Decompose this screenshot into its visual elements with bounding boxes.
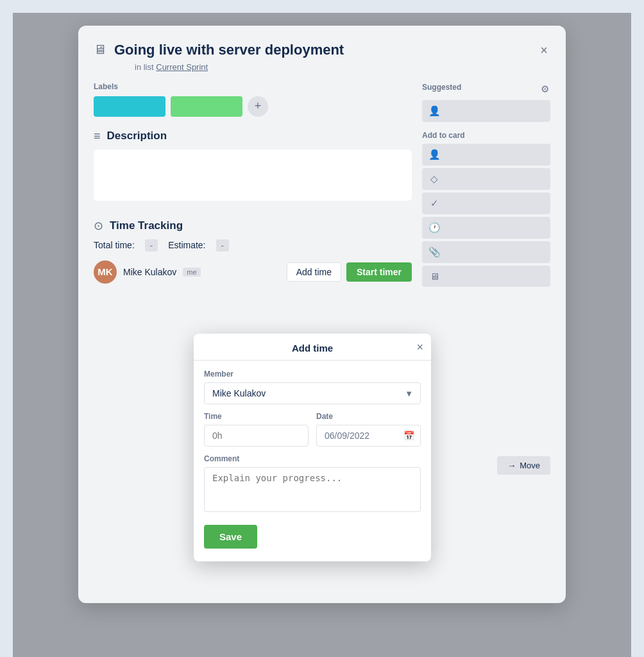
- add-member-button[interactable]: 👤: [422, 144, 550, 166]
- add-label-button[interactable]: +: [248, 96, 268, 117]
- time-date-row: Time Date 📅: [204, 404, 421, 447]
- gear-button[interactable]: ⚙: [539, 82, 550, 96]
- close-button[interactable]: ×: [538, 41, 550, 59]
- checklist-icon: ✓: [428, 198, 440, 209]
- cover-icon: 🖥: [428, 271, 440, 282]
- card-modal: 🖥 Going live with server deployment in l…: [78, 26, 566, 603]
- label-chip-blue[interactable]: [94, 96, 165, 117]
- suggested-header: Suggested ⚙: [422, 82, 550, 96]
- left-column: Labels + ≡ Description: [94, 82, 412, 289]
- suggested-member-button[interactable]: 👤: [422, 100, 550, 122]
- attachment-icon: 📎: [428, 246, 440, 258]
- add-due-date-button[interactable]: 🕐: [422, 217, 550, 239]
- date-field-label: Date: [316, 412, 421, 421]
- date-input-wrapper: 📅: [316, 425, 421, 447]
- member-select[interactable]: Mike Kulakov: [204, 382, 421, 404]
- label-chip-green[interactable]: [171, 96, 242, 117]
- card-type-icon: 🖥: [94, 42, 106, 57]
- add-checklist-button[interactable]: ✓: [422, 192, 550, 214]
- total-time-label: Total time:: [94, 240, 135, 250]
- labels-section: Labels +: [94, 82, 412, 117]
- time-tracking-section: ⊙ Time Tracking Total time: - Estimate: …: [94, 219, 412, 284]
- popup-close-button[interactable]: ×: [416, 341, 423, 353]
- description-section: ≡ Description: [94, 130, 412, 203]
- date-col: Date 📅: [316, 404, 421, 447]
- suggested-section: Suggested ⚙ 👤: [422, 82, 550, 122]
- estimate-value: -: [216, 239, 229, 252]
- main-content: Labels + ≡ Description: [94, 82, 550, 289]
- add-time-button[interactable]: Add time: [287, 262, 341, 282]
- estimate-label: Estimate:: [168, 240, 205, 250]
- add-member-icon: 👤: [428, 149, 440, 160]
- suggested-title: Suggested: [422, 83, 461, 92]
- user-name: Mike Kulakov: [123, 267, 176, 277]
- start-timer-button[interactable]: Start timer: [346, 262, 412, 282]
- time-tracking-title: Time Tracking: [110, 219, 183, 232]
- add-label-sidebar-button[interactable]: ◇: [422, 168, 550, 190]
- user-avatar: MK: [94, 260, 117, 284]
- time-input[interactable]: [204, 425, 309, 447]
- move-icon: →: [507, 461, 516, 470]
- popup-save-button[interactable]: Save: [204, 525, 257, 549]
- popup-header: Add time ×: [194, 334, 431, 361]
- move-button[interactable]: → Move: [497, 456, 550, 475]
- add-to-card-title: Add to card: [422, 131, 550, 140]
- card-title: Going live with server deployment: [114, 41, 344, 60]
- time-tracking-header: ⊙ Time Tracking: [94, 219, 412, 233]
- label-icon: ◇: [428, 173, 440, 185]
- time-row: Total time: - Estimate: -: [94, 239, 412, 252]
- move-label: Move: [520, 461, 540, 470]
- card-breadcrumb: in list Current Sprint: [135, 62, 344, 72]
- time-tracking-icon: ⊙: [94, 219, 103, 233]
- description-icon: ≡: [94, 130, 101, 143]
- comment-textarea[interactable]: [204, 467, 421, 512]
- description-textarea[interactable]: [94, 149, 412, 201]
- card-title-area: 🖥 Going live with server deployment in l…: [94, 41, 538, 72]
- total-time-value: -: [145, 239, 158, 252]
- user-actions: Add time Start timer: [287, 262, 412, 282]
- labels-section-title: Labels: [94, 82, 412, 91]
- member-icon: 👤: [428, 105, 440, 117]
- popup-title: Add time: [292, 343, 333, 354]
- member-field-label: Member: [204, 370, 421, 379]
- time-col: Time: [204, 404, 309, 447]
- due-date-icon: 🕐: [428, 222, 440, 234]
- comment-field-label: Comment: [204, 454, 421, 463]
- add-to-card-section: Add to card 👤 ◇ ✓ 🕐 📎: [422, 131, 550, 287]
- popup-body: Member Mike Kulakov ▼ Time Date: [194, 370, 431, 549]
- add-time-popup: Add time × Member Mike Kulakov ▼ Time: [194, 334, 431, 561]
- list-link[interactable]: Current Sprint: [156, 62, 208, 72]
- right-column: Suggested ⚙ 👤 Add to card 👤 ◇: [422, 82, 550, 289]
- user-row: MK Mike Kulakov me Add time Start timer: [94, 260, 412, 284]
- description-header: ≡ Description: [94, 130, 412, 143]
- in-list-label: in list: [135, 62, 154, 72]
- add-cover-button[interactable]: 🖥: [422, 266, 550, 287]
- card-header: 🖥 Going live with server deployment in l…: [94, 41, 550, 72]
- member-select-wrapper: Mike Kulakov ▼: [204, 382, 421, 404]
- date-input[interactable]: [316, 425, 421, 447]
- time-field-label: Time: [204, 412, 309, 421]
- me-badge: me: [183, 268, 200, 277]
- labels-row: +: [94, 96, 412, 117]
- description-title: Description: [107, 130, 167, 142]
- add-attachment-button[interactable]: 📎: [422, 241, 550, 263]
